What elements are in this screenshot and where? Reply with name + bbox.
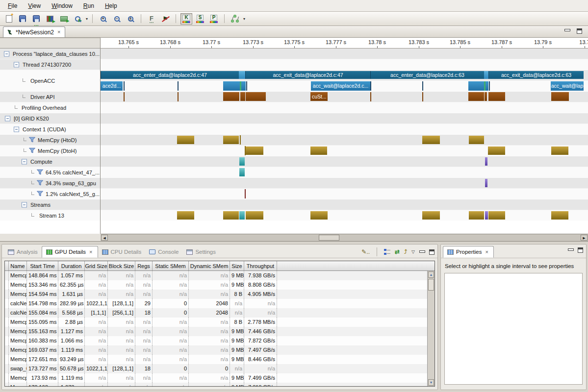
filter-funnel-icon[interactable]	[37, 191, 43, 197]
zoom-in-icon[interactable]: +	[97, 13, 109, 24]
column-header-name[interactable]: Name	[9, 261, 27, 270]
tree-row[interactable]: 1.2% calcNext_55_g...	[0, 189, 100, 199]
tab-analysis[interactable]: Analysis	[4, 246, 42, 258]
table-row[interactable]: Memcp155.163 ms1.127 msn/an/an/an/an/a9 …	[5, 327, 427, 336]
table-vscrollbar[interactable]: ▲ ▼	[427, 271, 435, 386]
timeline-interval[interactable]: acc_exit_data@laplace2d.c:63	[488, 71, 584, 79]
tab-gpu-details[interactable]: GPU Details×	[42, 246, 98, 258]
tree-row[interactable]: MemCpy (DtoH)	[0, 146, 100, 156]
filter-funnel-icon[interactable]	[29, 137, 35, 143]
zoom-region-dropdown-icon[interactable]: ▾	[86, 17, 88, 21]
menu-file[interactable]: File	[3, 1, 22, 11]
table-row[interactable]: Memcp153.346 ms62.355 µsn/an/an/an/an/a9…	[5, 280, 427, 290]
tree-row[interactable]: [0] GRID K520	[0, 113, 100, 124]
tree-row[interactable]: Compute	[0, 156, 100, 167]
scrollbar-thumb[interactable]	[319, 235, 339, 241]
tree-row[interactable]: Streams	[0, 199, 100, 210]
new-session-icon[interactable]	[3, 13, 15, 24]
tree-row[interactable]: Process "laplace_data_clauses 10...	[0, 49, 100, 59]
filter-funnel-icon[interactable]	[37, 169, 43, 175]
timeline-interval[interactable]	[488, 147, 505, 155]
timeline-interval[interactable]	[177, 136, 194, 144]
process-coloring-button[interactable]: P	[208, 13, 220, 24]
timeline-instant-mark[interactable]	[240, 135, 241, 145]
collapse-minus-icon[interactable]	[22, 202, 27, 207]
timeline-interval[interactable]	[468, 81, 484, 91]
scrollbar-thumb[interactable]	[428, 279, 434, 291]
tree-row[interactable]: MemCpy (HtoD)	[0, 135, 100, 146]
save-icon[interactable]	[17, 13, 28, 24]
timeline-interval[interactable]: acc_exit_data@laplace2d.c:47	[245, 71, 370, 79]
maximize-icon[interactable]	[429, 249, 435, 255]
menu-view[interactable]: View	[23, 1, 46, 11]
timeline-interval[interactable]	[223, 81, 240, 91]
save-all-icon[interactable]	[30, 13, 42, 24]
zoom-fit-icon[interactable]: ±	[125, 13, 136, 24]
timeline-interval[interactable]	[310, 211, 328, 220]
column-header-block-size[interactable]: Block Size	[108, 261, 135, 270]
table-row[interactable]: Memcp154.594 ms1.631 µsn/an/an/an/an/a8 …	[5, 290, 427, 299]
timeline-interval[interactable]: acc_wait@lap	[551, 81, 584, 91]
tree-row[interactable]: OpenACC	[0, 70, 100, 92]
remove-marker-icon[interactable]: ⚑	[159, 13, 171, 24]
timeline-instant-mark[interactable]	[178, 92, 179, 101]
timeline-interval[interactable]	[223, 136, 239, 144]
timeline-interval[interactable]	[239, 71, 245, 79]
timeline-hscrollbar[interactable]: ◀ ▶	[101, 234, 588, 241]
timeline-instant-mark[interactable]	[178, 81, 179, 91]
chart-icon[interactable]	[44, 13, 56, 24]
timeline-interval[interactable]	[551, 147, 568, 155]
timeline-interval[interactable]	[486, 81, 488, 91]
timeline-interval[interactable]	[422, 211, 440, 220]
timeline-interval[interactable]	[551, 211, 568, 220]
tree-row[interactable]: 64.5% calcNext_47_...	[0, 167, 100, 178]
column-header-static-smem[interactable]: Static SMem	[153, 261, 189, 270]
scroll-down-icon[interactable]: ▼	[428, 379, 434, 386]
rename-icon[interactable]	[58, 13, 70, 24]
table-row[interactable]: swap_6173.727 ms50.678 µs1022,1,1][128,1…	[5, 364, 427, 373]
maximize-icon[interactable]	[578, 247, 583, 253]
timeline-instant-mark[interactable]	[124, 81, 125, 91]
table-row[interactable]: Memcp178.163 ms1.073 msn/an/an/an/an/a9 …	[5, 383, 427, 386]
column-header-dynamic-smem[interactable]: Dynamic SMem	[189, 261, 230, 270]
timeline-interval[interactable]: acc_enter_data@laplace2d.c:47	[101, 71, 239, 79]
tree-row[interactable]: 34.3% swap_63_gpu	[0, 178, 100, 189]
timeline-instant-mark[interactable]	[422, 92, 423, 101]
scroll-right-icon[interactable]: ▶	[581, 235, 588, 241]
timeline-interval[interactable]	[240, 92, 245, 101]
timeline-interval[interactable]	[469, 211, 484, 220]
timeline-interval[interactable]	[246, 147, 263, 155]
filter-funnel-icon[interactable]	[37, 180, 43, 186]
timeline-interval[interactable]	[239, 157, 245, 166]
column-header-duration[interactable]: Duration	[58, 261, 85, 270]
timeline-interval[interactable]	[239, 168, 245, 176]
column-header-start-time[interactable]: Start Time	[27, 261, 58, 270]
timeline-instant-mark[interactable]	[370, 92, 371, 101]
tree-row[interactable]: Profiling Overhead	[0, 102, 100, 113]
close-icon[interactable]: ×	[88, 249, 93, 255]
timeline-interval[interactable]	[484, 71, 488, 79]
timeline-instant-mark[interactable]	[246, 81, 247, 91]
table-row[interactable]: Memcp173.93 ms1.119 msn/an/an/an/an/a9 M…	[5, 373, 427, 383]
column-header-size[interactable]: Size	[230, 261, 244, 270]
timeline-instant-mark[interactable]	[370, 81, 371, 91]
timeline-instant-mark[interactable]	[489, 81, 490, 91]
timeline-interval[interactable]	[246, 92, 266, 101]
edit-icon[interactable]: ✎..	[361, 248, 370, 255]
timeline-instant-mark[interactable]	[245, 189, 246, 198]
minimize-icon[interactable]	[568, 248, 573, 252]
timeline-interval[interactable]: cuSt...	[310, 92, 328, 101]
timeline-interval[interactable]	[485, 92, 487, 101]
timeline-interval[interactable]	[488, 92, 505, 101]
table-row[interactable]: Memcp160.383 ms1.066 msn/an/an/an/an/a9 …	[5, 336, 427, 345]
timeline-interval[interactable]	[223, 211, 239, 220]
add-marker-icon[interactable]: F	[146, 13, 157, 24]
minimize-icon[interactable]	[419, 250, 425, 254]
close-icon[interactable]: ×	[484, 249, 489, 255]
export-icon[interactable]: ⤴	[404, 248, 407, 255]
tab-settings[interactable]: Settings	[182, 246, 220, 258]
timeline-instant-mark[interactable]	[124, 92, 125, 101]
table-row[interactable]: Memcp172.651 ms93.249 µsn/an/an/an/an/a9…	[5, 355, 427, 364]
tree-row[interactable]: Thread 2741307200	[0, 59, 100, 70]
menu-run[interactable]: Run	[78, 1, 99, 11]
